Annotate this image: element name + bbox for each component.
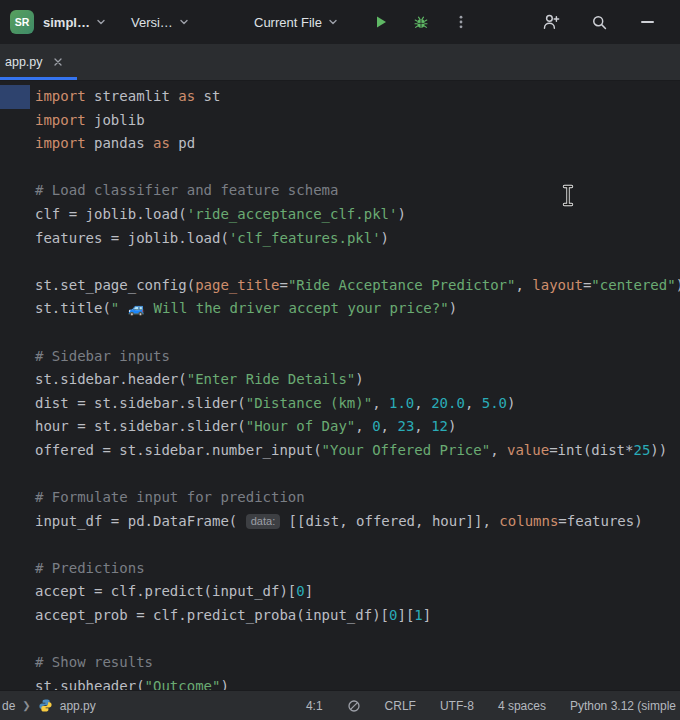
code-token: "Hour of Day": [246, 418, 356, 434]
code-line: # Show results: [35, 651, 680, 675]
code-token: offered = st.sidebar.number_input(: [35, 442, 322, 458]
bug-icon: [413, 14, 429, 30]
toolbar-right-group: [538, 0, 660, 44]
inspections-circle-slash-icon[interactable]: [347, 699, 361, 713]
code-token: "Distance (km)": [246, 395, 372, 411]
code-line: # Predictions: [35, 557, 680, 581]
code-line: # Load classifier and feature schema: [35, 179, 680, 203]
caret-position-widget[interactable]: 4:1: [306, 699, 323, 713]
encoding-widget[interactable]: UTF-8: [440, 699, 474, 713]
code-token: ): [448, 418, 456, 434]
statusbar-widgets: 4:1 CRLF UTF-8 4 spaces Python 3.12 (sim…: [306, 699, 676, 713]
inline-parameter-hint: data:: [246, 514, 280, 529]
code-token: accept = clf.predict(input_df)[: [35, 583, 296, 599]
code-token: streamlit: [86, 88, 179, 104]
code-line: accept = clf.predict(input_df)[0]: [35, 580, 680, 604]
code-token: st.sidebar.header(: [35, 371, 187, 387]
main-toolbar: SR simpl… Versi… Current File: [0, 0, 680, 44]
toolbar-center-group: Current File: [252, 0, 342, 44]
breadcrumb-file[interactable]: app.py: [60, 699, 96, 713]
code-line: clf = joblib.load('ride_acceptance_clf.p…: [35, 203, 680, 227]
code-line: accept_prob = clf.predict_proba(input_df…: [35, 604, 680, 628]
code-token: ): [397, 206, 405, 222]
code-line: features = joblib.load('clf_features.pkl…: [35, 227, 680, 251]
status-bar: de ❯ app.py 4:1 CRLF UTF-8 4 spaces Pyth: [0, 690, 680, 720]
editor-tab-bar: app.py: [0, 44, 680, 81]
debug-button[interactable]: [408, 9, 434, 35]
code-token: as: [153, 135, 170, 151]
more-actions-button[interactable]: [448, 9, 474, 35]
ide-window: SR simpl… Versi… Current File: [0, 0, 680, 720]
code-token: 25: [633, 442, 650, 458]
code-line: [35, 321, 680, 345]
code-token: 12: [431, 418, 448, 434]
play-icon: [373, 14, 389, 30]
project-selector[interactable]: simpl…: [41, 11, 110, 34]
code-token: 1: [414, 607, 422, 623]
chevron-down-icon: [94, 15, 108, 29]
run-button[interactable]: [368, 9, 394, 35]
code-line: [35, 156, 680, 180]
vcs-branch-name: Versi…: [131, 15, 173, 30]
minimize-button[interactable]: [634, 9, 660, 35]
code-with-me-button[interactable]: [538, 9, 564, 35]
code-token: "Ride Acceptance Predictor": [288, 277, 516, 293]
code-token: ): [676, 277, 680, 293]
code-token: 'clf_features.pkl': [229, 230, 381, 246]
code-line: offered = st.sidebar.number_input("Your …: [35, 439, 680, 463]
code-token: ,: [381, 418, 398, 434]
indent-widget[interactable]: 4 spaces: [498, 699, 546, 713]
code-line: st.title(" 🚙 Will the driver accept your…: [35, 297, 680, 321]
code-token: # Sidebar inputs: [35, 348, 170, 364]
line-separator-widget[interactable]: CRLF: [385, 699, 416, 713]
code-token: 23: [397, 418, 414, 434]
code-token: st: [195, 88, 220, 104]
code-token: 1.0: [389, 395, 414, 411]
code-token: ): [381, 230, 389, 246]
code-token: columns: [499, 513, 558, 529]
code-token: =int(dist*: [549, 442, 633, 458]
code-line: import pandas as pd: [35, 132, 680, 156]
code-line: # Formulate input for prediction: [35, 486, 680, 510]
vcs-branch-selector[interactable]: Versi…: [129, 11, 193, 34]
code-token: ): [449, 300, 457, 316]
tab-close-icon[interactable]: [51, 55, 65, 69]
code-token: layout: [532, 277, 583, 293]
minimize-icon: [641, 21, 654, 23]
code-token: pd: [170, 135, 195, 151]
interpreter-widget[interactable]: Python 3.12 (simple: [570, 699, 676, 713]
code-line: st.subheader("Outcome"): [35, 675, 680, 690]
code-token: ,: [515, 277, 532, 293]
code-token: 20.0: [431, 395, 465, 411]
code-editor[interactable]: import streamlit as stimport joblibimpor…: [0, 81, 680, 690]
run-configuration-selector[interactable]: Current File: [252, 11, 342, 34]
search-everywhere-button[interactable]: [586, 9, 612, 35]
toolbar-left-group: SR simpl… Versi…: [10, 0, 193, 44]
code-token: # Load classifier and feature schema: [35, 182, 338, 198]
code-token: ): [220, 678, 228, 690]
code-token: [[dist, offered, hour]],: [280, 513, 499, 529]
tab-app-py[interactable]: app.py: [0, 44, 77, 80]
code-line: import streamlit as st: [35, 85, 680, 109]
tab-label: app.py: [5, 55, 43, 69]
code-token: ,: [372, 395, 389, 411]
code-token: "Your Offered Price": [322, 442, 491, 458]
chevron-right-icon: ❯: [22, 700, 30, 711]
code-line: dist = st.sidebar.slider("Distance (km)"…: [35, 392, 680, 416]
code-token: "Enter Ride Details": [187, 371, 356, 387]
code-token: joblib: [86, 112, 145, 128]
breadcrumbs: de ❯ app.py: [2, 698, 96, 713]
chevron-down-icon: [177, 15, 191, 29]
code-lines: import streamlit as stimport joblibimpor…: [0, 81, 680, 690]
code-token: import: [35, 88, 86, 104]
project-avatar[interactable]: SR: [10, 10, 34, 34]
code-token: pandas: [86, 135, 153, 151]
code-token: =features): [558, 513, 642, 529]
project-name: simpl…: [43, 15, 90, 30]
code-line: st.sidebar.header("Enter Ride Details"): [35, 368, 680, 392]
toolbar-run-group: [368, 0, 474, 44]
breadcrumb-folder[interactable]: de: [2, 699, 15, 713]
python-file-icon: [38, 698, 53, 713]
code-token: ): [355, 371, 363, 387]
code-line: [35, 463, 680, 487]
